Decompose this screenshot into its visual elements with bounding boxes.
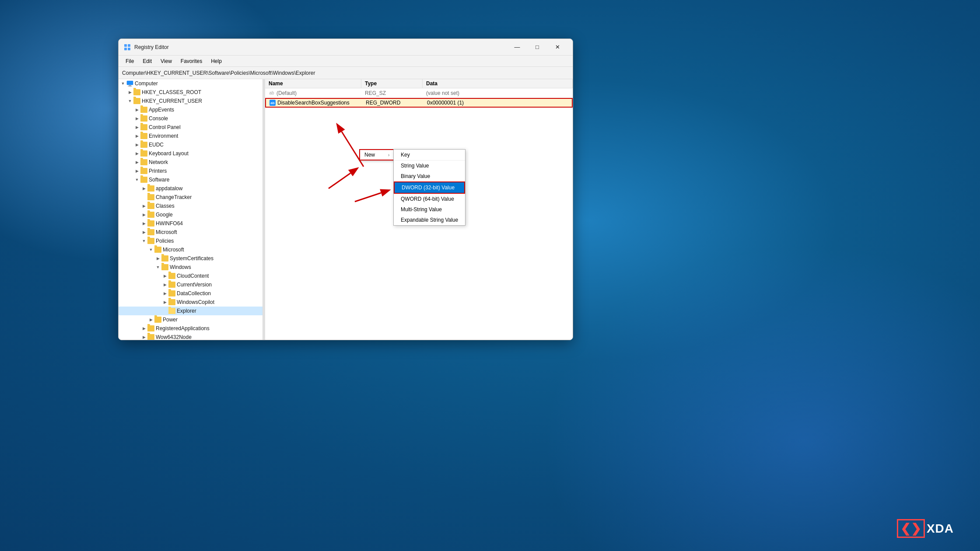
tree-item-microsoft-pol[interactable]: ▼ Microsoft xyxy=(119,245,262,254)
expander-microsoft-sw[interactable]: ▶ xyxy=(140,228,147,237)
tree-item-policies[interactable]: ▼ Policies xyxy=(119,237,262,245)
expander-console[interactable]: ▶ xyxy=(133,114,140,123)
submenu-item-stringvalue[interactable]: String Value xyxy=(394,160,465,171)
tree-item-power[interactable]: ▶ Power xyxy=(119,315,262,324)
expander-explorer[interactable] xyxy=(161,307,168,315)
tree-item-hwinfo64[interactable]: ▶ HWINFO64 xyxy=(119,219,262,228)
expander-network[interactable]: ▶ xyxy=(133,158,140,167)
tree-item-appevents[interactable]: ▶ AppEvents xyxy=(119,105,262,114)
dsbs-name-text: DisableSearchBoxSuggestions xyxy=(277,100,350,106)
menu-favorites[interactable]: Favorites xyxy=(177,57,206,65)
folder-icon-power xyxy=(154,317,161,323)
expander-changetracker[interactable] xyxy=(140,193,147,202)
expander-appdatalow[interactable]: ▶ xyxy=(140,184,147,193)
submenu-item-qword[interactable]: QWORD (64-bit) Value xyxy=(394,194,465,204)
folder-icon-windowscopilot xyxy=(168,299,175,305)
expander-microsoft-pol[interactable]: ▼ xyxy=(147,245,154,254)
expander-computer[interactable]: ▼ xyxy=(119,79,126,88)
folder-icon-regapps xyxy=(147,325,154,331)
minimize-button[interactable]: — xyxy=(507,40,527,54)
tree-item-cloudcontent[interactable]: ▶ CloudContent xyxy=(119,272,262,280)
tree-item-currentversion[interactable]: ▶ CurrentVersion xyxy=(119,280,262,289)
tree-label-currentversion: CurrentVersion xyxy=(177,282,212,288)
expander-wow6432[interactable]: ▶ xyxy=(140,333,147,340)
tree-item-systemcerts[interactable]: ▶ SystemCertificates xyxy=(119,254,262,263)
submenu-item-multistring[interactable]: Multi-String Value xyxy=(394,204,465,215)
tree-item-microsoft-sw[interactable]: ▶ Microsoft xyxy=(119,228,262,237)
menu-view[interactable]: View xyxy=(157,57,175,65)
tree-item-windows[interactable]: ▼ Windows xyxy=(119,263,262,272)
tree-item-computer[interactable]: ▼ Computer xyxy=(119,79,262,88)
tree-item-hkcu[interactable]: ▼ HKEY_CURRENT_USER xyxy=(119,97,262,105)
submenu-item-expandablestring[interactable]: Expandable String Value xyxy=(394,215,465,225)
tree-item-environment[interactable]: ▶ Environment xyxy=(119,132,262,140)
submenu-item-dword[interactable]: DWORD (32-bit) Value xyxy=(394,181,465,194)
tree-label-systemcerts: SystemCertificates xyxy=(170,255,214,262)
tree-item-datacollection[interactable]: ▶ DataCollection xyxy=(119,289,262,298)
menu-help[interactable]: Help xyxy=(207,57,225,65)
expander-cloudcontent[interactable]: ▶ xyxy=(161,272,168,280)
folder-icon-keyboardlayout xyxy=(140,150,147,157)
menu-file[interactable]: File xyxy=(122,57,137,65)
address-text: Computer\HKEY_CURRENT_USER\Software\Poli… xyxy=(122,70,315,76)
folder-icon-wow6432 xyxy=(147,334,154,340)
tree-item-appdatalow[interactable]: ▶ appdatalow xyxy=(119,184,262,193)
tree-item-changetracker[interactable]: ChangeTracker xyxy=(119,193,262,202)
expander-hwinfo64[interactable]: ▶ xyxy=(140,219,147,228)
tree-item-explorer[interactable]: Explorer xyxy=(119,307,262,315)
tree-item-eudc[interactable]: ▶ EUDC xyxy=(119,140,262,149)
maximize-button[interactable]: □ xyxy=(527,40,547,54)
submenu-item-key[interactable]: Key xyxy=(394,150,465,160)
tree-item-windowscopilot[interactable]: ▶ WindowsCopilot xyxy=(119,298,262,307)
tree-item-controlpanel[interactable]: ▶ Control Panel xyxy=(119,123,262,132)
expander-currentversion[interactable]: ▶ xyxy=(161,280,168,289)
svg-rect-0 xyxy=(124,44,127,47)
expander-appevents[interactable]: ▶ xyxy=(133,105,140,114)
expander-controlpanel[interactable]: ▶ xyxy=(133,123,140,132)
expander-power[interactable]: ▶ xyxy=(147,315,154,324)
expander-datacollection[interactable]: ▶ xyxy=(161,289,168,298)
tree-label-environment: Environment xyxy=(149,133,178,139)
expander-hkcr[interactable]: ▶ xyxy=(126,88,133,97)
expander-keyboardlayout[interactable]: ▶ xyxy=(133,149,140,158)
expander-software[interactable]: ▼ xyxy=(133,175,140,184)
folder-icon-eudc xyxy=(140,142,147,148)
expander-environment[interactable]: ▶ xyxy=(133,132,140,140)
expander-systemcerts[interactable]: ▶ xyxy=(154,254,161,263)
close-button[interactable]: ✕ xyxy=(547,40,567,54)
tree-item-keyboardlayout[interactable]: ▶ Keyboard Layout xyxy=(119,149,262,158)
folder-icon-cloudcontent xyxy=(168,273,175,279)
cell-type-dsbs: REG_DWORD xyxy=(362,100,424,106)
registry-editor-window: Registry Editor — □ ✕ File Edit View Fav… xyxy=(118,38,573,340)
folder-icon-hkcr xyxy=(133,89,140,95)
tree-item-hkcr[interactable]: ▶ HKEY_CLASSES_ROOT xyxy=(119,88,262,97)
expander-printers[interactable]: ▶ xyxy=(133,167,140,175)
tree-item-console[interactable]: ▶ Console xyxy=(119,114,262,123)
expander-policies[interactable]: ▼ xyxy=(140,237,147,245)
tree-label-controlpanel: Control Panel xyxy=(149,124,181,130)
tree-item-software[interactable]: ▼ Software xyxy=(119,175,262,184)
tree-item-wow6432[interactable]: ▶ Wow6432Node xyxy=(119,333,262,340)
computer-icon xyxy=(126,80,133,87)
cell-type-default: REG_SZ xyxy=(361,90,423,96)
tree-label-network: Network xyxy=(149,159,168,165)
tree-item-classes-sw[interactable]: ▶ Classes xyxy=(119,202,262,210)
expander-windows[interactable]: ▼ xyxy=(154,263,161,272)
expander-regapps[interactable]: ▶ xyxy=(140,324,147,333)
svg-rect-5 xyxy=(129,85,131,86)
tree-item-network[interactable]: ▶ Network xyxy=(119,158,262,167)
expander-windowscopilot[interactable]: ▶ xyxy=(161,298,168,307)
table-row-dsbs[interactable]: ab DisableSearchBoxSuggestions REG_DWORD… xyxy=(265,98,573,108)
tree-item-google[interactable]: ▶ Google xyxy=(119,210,262,219)
expander-google[interactable]: ▶ xyxy=(140,210,147,219)
submenu-item-binaryvalue[interactable]: Binary Value xyxy=(394,171,465,181)
new-menu-button[interactable]: New › xyxy=(359,149,395,160)
tree-item-printers[interactable]: ▶ Printers xyxy=(119,167,262,175)
expander-eudc[interactable]: ▶ xyxy=(133,140,140,149)
expander-classes-sw[interactable]: ▶ xyxy=(140,202,147,210)
menu-edit[interactable]: Edit xyxy=(139,57,155,65)
tree-panel[interactable]: ▼ Computer ▶ HKEY_CLASSES_ROOT ▼ HKEY_CU… xyxy=(119,79,263,340)
expander-hkcu[interactable]: ▼ xyxy=(126,97,133,105)
tree-item-regapps[interactable]: ▶ RegisteredApplications xyxy=(119,324,262,333)
table-row-default[interactable]: ab (Default) REG_SZ (value not set) xyxy=(265,88,573,98)
